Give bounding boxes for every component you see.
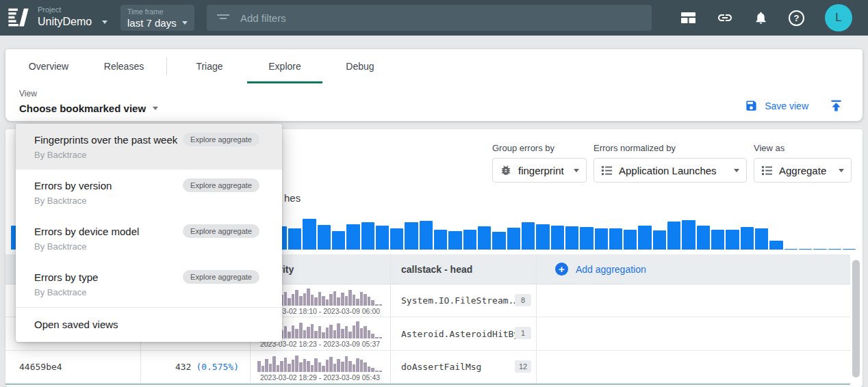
sparkline-bar [368, 330, 371, 338]
save-view-button[interactable]: Save view [745, 99, 808, 112]
chart-bar[interactable] [580, 227, 593, 250]
timeframe-selector[interactable]: Time frame last 7 days [120, 5, 194, 31]
callstack-cell: System.IO.FileStream.… [401, 284, 519, 317]
bookmarked-view-selector[interactable]: Choose bookmarked view [19, 103, 158, 114]
chart-bar[interactable] [478, 226, 491, 250]
tab-overview[interactable]: Overview [11, 49, 86, 83]
filter-icon [216, 12, 230, 23]
tab-triage[interactable]: Triage [172, 49, 247, 83]
sparkline-bar [318, 292, 322, 306]
chart-bar[interactable] [303, 219, 316, 250]
chart-bar[interactable] [536, 224, 549, 250]
chart-bar[interactable] [638, 226, 651, 250]
chart-bar[interactable] [318, 225, 331, 250]
sparkline-bar [353, 364, 356, 372]
chart-bar[interactable] [682, 220, 695, 250]
chart-bar[interactable] [288, 228, 301, 250]
chart-bar[interactable] [492, 232, 505, 250]
dashboard-icon[interactable] [680, 11, 696, 25]
tab-releases[interactable]: Releases [86, 49, 162, 83]
chart-bar[interactable] [624, 230, 637, 250]
chart-bar[interactable] [551, 226, 564, 250]
group-errors-by-dropdown[interactable]: fingerprint [492, 158, 587, 183]
bookmark-menu-item[interactable]: Errors by device modelExplore aggregateB… [16, 215, 282, 261]
help-icon[interactable]: ? [789, 10, 804, 26]
chart-bar[interactable] [332, 231, 345, 250]
chart-bar[interactable] [507, 228, 520, 250]
sparkline-bar [379, 304, 383, 306]
open-saved-views-item[interactable]: Open saved views [16, 308, 282, 342]
menu-item-title: Errors by type [34, 271, 183, 283]
avatar[interactable]: L [825, 4, 852, 31]
chart-bar[interactable] [799, 249, 812, 250]
chart-bar[interactable] [697, 226, 710, 250]
table-row[interactable]: 44659be4 432 (0.575%) 2023-03-02 18:29 -… [5, 351, 850, 384]
column-divider [536, 254, 537, 384]
menu-item-title: Fingerprints over the past week [34, 134, 183, 146]
chart-bar[interactable] [784, 249, 797, 250]
column-header-callstack-head[interactable]: callstack - head [401, 264, 472, 275]
chart-bar[interactable] [711, 230, 724, 250]
chart-bar[interactable] [595, 228, 608, 250]
view-as-dropdown[interactable]: Aggregate [754, 158, 852, 183]
upload-view-button[interactable] [829, 98, 843, 113]
sparkline-bar [272, 356, 276, 372]
sparkline-bar [345, 296, 348, 306]
sparkline-bar [375, 337, 379, 338]
scrollbar-thumb[interactable] [852, 260, 860, 377]
bookmarked-views-menu: Fingerprints over the past weekExplore a… [16, 124, 282, 342]
tab-bar: OverviewReleasesTriageExploreDebug [5, 49, 863, 83]
project-name: UnityDemo [38, 16, 92, 28]
chart-bar[interactable] [376, 226, 389, 250]
chart-bar[interactable] [361, 222, 374, 250]
chart-bar[interactable] [405, 222, 418, 250]
aggregation-controls: Group errors by fingerprint Errors norma… [492, 143, 852, 183]
chart-bar[interactable] [434, 230, 447, 250]
bookmark-menu-item[interactable]: Errors by versionExplore aggregateBy Bac… [16, 170, 282, 215]
list-icon [761, 165, 773, 176]
chart-bar[interactable] [755, 228, 768, 250]
add-aggregation-button[interactable]: + Add aggregation [555, 263, 646, 276]
sparkline-bar [314, 331, 318, 338]
sparkline-bar [314, 297, 318, 306]
chart-bar[interactable] [741, 227, 754, 250]
link-icon[interactable] [717, 10, 733, 26]
chart-bar[interactable] [346, 224, 359, 250]
chart-bar[interactable] [667, 222, 680, 250]
sparkline-bar [345, 326, 348, 338]
sparkline-bar [348, 361, 352, 372]
sparkline-bar [363, 294, 367, 306]
bookmark-menu-item[interactable]: Fingerprints over the past weekExplore a… [16, 124, 282, 170]
sparkline-bar [257, 361, 261, 372]
chart-bar[interactable] [828, 249, 841, 250]
chart-bar[interactable] [522, 222, 535, 250]
chart-bar[interactable] [843, 249, 856, 250]
activity-sparkline[interactable] [257, 354, 382, 372]
backtrace-logo-icon[interactable] [6, 5, 31, 30]
chart-bar[interactable] [609, 228, 622, 250]
app-window: Project UnityDemo Time frame last 7 days [0, 0, 868, 387]
bell-icon[interactable] [754, 10, 768, 25]
bookmark-menu-item[interactable]: Errors by typeExplore aggregateBy Backtr… [16, 261, 282, 307]
chart-bar[interactable] [813, 249, 826, 250]
tab-debug[interactable]: Debug [322, 49, 398, 83]
errors-normalized-by-dropdown[interactable]: Application Launches [593, 158, 747, 183]
sparkline-bar [292, 360, 295, 372]
chart-bar[interactable] [420, 221, 433, 250]
chart-bar[interactable] [448, 231, 461, 250]
chevron-down-icon [182, 21, 188, 25]
chart-bar[interactable] [565, 226, 578, 250]
add-filters-input[interactable] [239, 12, 642, 25]
chart-bar[interactable] [390, 228, 403, 250]
chart-bar[interactable] [463, 230, 476, 250]
chart-bar[interactable] [726, 230, 739, 250]
filter-bar[interactable] [207, 5, 652, 31]
tab-explore[interactable]: Explore [247, 49, 322, 83]
sparkline-bar [322, 332, 325, 338]
sparkline-bar [322, 366, 325, 372]
view-as-value: Aggregate [779, 165, 826, 176]
project-selector[interactable]: Project UnityDemo [38, 5, 107, 28]
sparkline-bar [363, 362, 367, 372]
chart-bar[interactable] [653, 230, 666, 250]
chart-bar[interactable] [769, 241, 782, 250]
